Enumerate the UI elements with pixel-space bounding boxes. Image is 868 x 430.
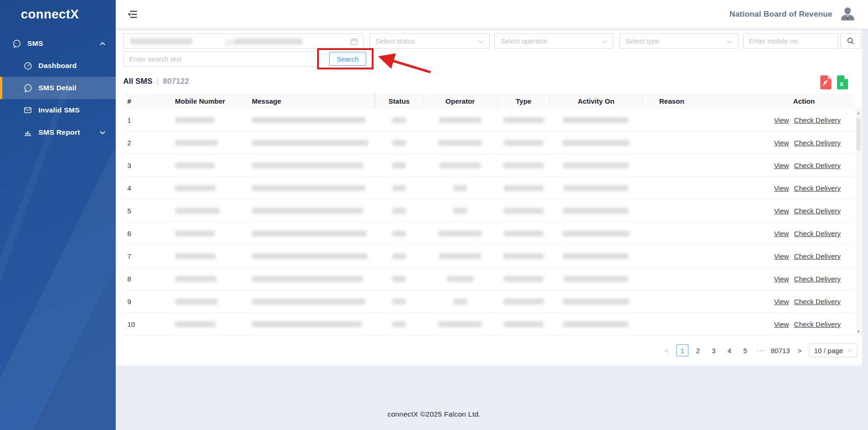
pagination-page-5[interactable]: 5 [739,344,751,356]
redacted-message [252,162,363,168]
redacted-mobile-number [175,208,219,214]
menu-fold-icon[interactable] [127,9,138,19]
mobile-number-input[interactable] [743,33,838,49]
type-select[interactable]: Select type [619,33,738,49]
check-delivery-link[interactable]: Check Delivery [794,252,841,260]
pagination-page-4[interactable]: 4 [724,344,736,356]
redacted-activity-on [562,299,630,305]
search-text-input[interactable] [123,51,318,67]
redacted-type [504,276,543,282]
redacted-message [252,185,365,191]
redacted-status [392,321,406,327]
annotation-arrow [374,52,434,76]
redacted-operator [439,117,481,123]
sidebar-item-dashboard[interactable]: Dashboard [0,55,116,77]
view-link[interactable]: View [774,207,789,215]
row-number: 4 [127,184,131,192]
redacted-message [252,276,363,282]
redacted-message [252,140,368,146]
check-delivery-link[interactable]: Check Delivery [794,162,841,169]
scroll-down-arrow[interactable]: ▼ [856,328,862,335]
export-pdf-icon[interactable] [819,75,831,89]
check-delivery-link[interactable]: Check Delivery [794,184,841,192]
org-name: National Board of Revenue [730,10,832,19]
top-header: National Board of Revenue [116,0,868,29]
redacted-start-date [130,38,193,44]
user-avatar-icon[interactable] [839,6,856,23]
operator-select[interactable]: Select operator [494,33,613,49]
row-number: 10 [127,320,135,328]
redacted-type [503,162,544,168]
redacted-operator [439,253,481,259]
column-header-reason: Reason [642,93,753,109]
page-size-select[interactable]: 10 / page [809,343,857,357]
search-icon [847,37,855,45]
pagination-page-2[interactable]: 2 [692,344,704,356]
redacted-type [503,117,544,123]
check-delivery-link[interactable]: Check Delivery [794,298,841,305]
redacted-mobile-number [175,321,216,327]
check-delivery-link[interactable]: Check Delivery [794,275,841,283]
pagination-last-page[interactable]: 80713 [771,344,790,356]
pagination-prev[interactable]: < [661,344,673,356]
view-link[interactable]: View [774,116,789,124]
sidebar-item-sms-detail[interactable]: SMS Detail [0,77,116,99]
row-number: 7 [127,252,131,260]
check-delivery-link[interactable]: Check Delivery [794,320,841,328]
view-link[interactable]: View [774,275,789,283]
export-excel-icon[interactable]: x [836,75,848,89]
row-number: 6 [127,230,131,237]
column-header-operator: Operator [423,93,497,109]
redacted-operator [453,185,467,191]
table-row: 3 View Check Delivery [123,154,855,177]
redacted-end-date [234,38,302,44]
annotation-highlight-box: Search [317,48,374,69]
sidebar-item-sms-report[interactable]: SMS Report [0,121,116,143]
view-link[interactable]: View [774,298,789,305]
redacted-type [503,208,544,214]
redacted-type [503,299,544,305]
table-row: 7 View Check Delivery [123,245,855,268]
search-icon-button[interactable] [840,33,861,49]
table-row: 10 View Check Delivery [123,313,855,336]
redacted-status [392,117,406,123]
column-header-action: Action [753,93,855,109]
redacted-mobile-number [175,253,216,259]
search-button[interactable]: Search [329,52,366,66]
scroll-up-arrow[interactable]: ▲ [856,110,862,116]
check-delivery-link[interactable]: Check Delivery [794,116,841,124]
view-link[interactable]: View [774,184,789,192]
status-select[interactable]: Select status [369,33,490,49]
pagination-ellipsis[interactable]: ••• [755,344,767,356]
redacted-operator [438,231,482,237]
sidebar-nav: SMS Dashboard SMS Detail Invalid SMS SMS… [0,32,116,143]
redacted-message [252,231,367,237]
view-link[interactable]: View [774,230,789,237]
redacted-message [252,321,362,327]
check-delivery-link[interactable]: Check Delivery [794,230,841,237]
sidebar: connectX SMS Dashboard SMS Detail Invali… [0,0,116,430]
redacted-mobile-number [175,231,215,237]
sidebar-item-sms[interactable]: SMS [0,32,116,55]
check-delivery-link[interactable]: Check Delivery [794,139,841,147]
calendar-icon [350,37,358,45]
pagination-next[interactable]: > [793,344,806,356]
pagination-page-1[interactable]: 1 [676,344,688,356]
redacted-activity-on [563,185,628,191]
pagination-page-3[interactable]: 3 [708,344,720,356]
sidebar-item-invalid-sms[interactable]: Invalid SMS [0,99,116,121]
redacted-activity-on [563,117,629,123]
view-link[interactable]: View [774,162,789,169]
scrollbar-thumb[interactable] [856,118,861,150]
column-header-mobile-number: Mobile Number [165,93,245,109]
redacted-status [392,253,406,259]
date-range-picker[interactable] [123,33,364,49]
check-delivery-link[interactable]: Check Delivery [794,207,841,215]
table-row: 8 View Check Delivery [123,268,855,290]
redacted-mobile-number [175,162,215,168]
view-link[interactable]: View [774,139,789,147]
table-scrollbar[interactable]: ▲ ▼ [856,109,862,336]
redacted-operator [453,208,467,214]
view-link[interactable]: View [774,252,789,260]
view-link[interactable]: View [774,320,789,328]
